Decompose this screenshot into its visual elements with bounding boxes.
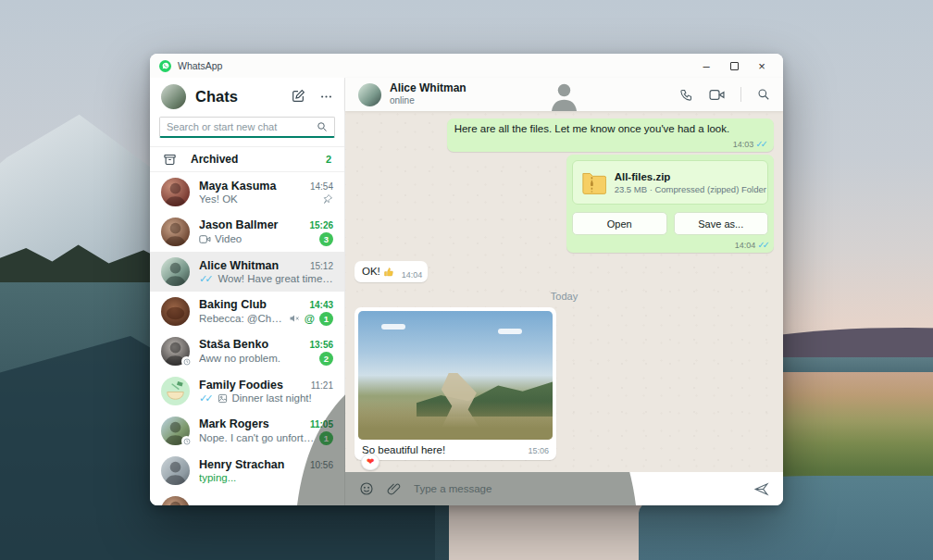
file-name: All-files.zip	[615, 171, 759, 182]
file-attachment-card[interactable]: All-files.zip 23.5 MB · Compressed (zipp…	[572, 160, 768, 205]
message-time: 14:04	[402, 270, 423, 280]
conversation-header[interactable]: Alice Whitman online	[345, 78, 783, 111]
save-as-button[interactable]: Save as...	[674, 212, 769, 235]
avatar	[161, 417, 190, 445]
app-body: Chats	[150, 78, 783, 505]
avatar	[161, 297, 190, 326]
status-clock-badge	[181, 356, 192, 367]
message-time: 15:06	[528, 446, 549, 455]
avatar	[161, 218, 190, 246]
status-clock-badge	[181, 436, 192, 446]
whatsapp-window: WhatsApp – × Chats	[150, 54, 783, 505]
file-meta: 23.5 MB · Compressed (zipped) Folder	[615, 184, 759, 194]
heart-reaction[interactable]: ❤	[361, 454, 379, 470]
photo-caption: So beautiful here!	[362, 444, 528, 455]
avatar	[161, 178, 190, 206]
sidebar: Chats	[150, 78, 345, 505]
my-profile-avatar[interactable]	[161, 84, 186, 109]
day-divider: Today	[551, 291, 578, 302]
message-text: OK!	[362, 266, 380, 277]
message-outgoing-text[interactable]: Here are all the files. Let me know once…	[447, 118, 774, 152]
avatar	[161, 257, 190, 286]
photo-grass	[358, 401, 553, 440]
message-time: 14:03	[733, 140, 754, 149]
food-bowl-icon	[161, 377, 190, 405]
message-incoming-photo[interactable]: So beautiful here! 15:06 ❤	[355, 307, 556, 460]
contact-avatar[interactable]	[358, 83, 381, 106]
photo-attachment[interactable]	[358, 311, 553, 440]
message-time: 14:04	[735, 241, 756, 250]
thumbs-up-icon	[383, 267, 394, 278]
message-text: Here are all the files. Let me know once…	[454, 123, 730, 134]
open-file-button[interactable]: Open	[572, 212, 667, 235]
avatar	[161, 337, 190, 366]
message-outgoing-file[interactable]: All-files.zip 23.5 MB · Compressed (zipp…	[566, 155, 774, 253]
avatar	[161, 456, 190, 485]
sidebar-header: Chats	[150, 78, 344, 115]
avatar	[161, 377, 190, 405]
photo-cloud	[381, 324, 405, 330]
conversation-pane: Alice Whitman online Here are all the fi…	[345, 78, 783, 505]
zip-folder-icon	[581, 168, 606, 196]
photo-cloud	[498, 329, 522, 334]
read-ticks-icon: ✓✓	[755, 139, 768, 149]
read-ticks-icon: ✓✓	[757, 240, 770, 250]
message-area: Here are all the files. Let me know once…	[345, 111, 783, 472]
message-incoming-ok[interactable]: OK! 14:04	[355, 261, 428, 282]
